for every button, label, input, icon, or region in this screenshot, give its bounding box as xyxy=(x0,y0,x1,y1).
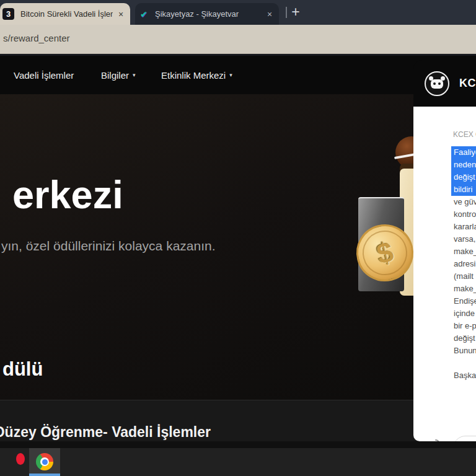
close-icon[interactable]: × xyxy=(117,9,125,19)
page-bottom-strip xyxy=(0,441,476,448)
learn-section-heading: Düzey Öğrenme- Vadeli İşlemler xyxy=(0,424,211,441)
kcex-favicon-icon: 3 xyxy=(2,8,14,20)
active-app-indicator xyxy=(29,474,60,476)
browser-tab-sikayetvar[interactable]: ✔ Şikayetyaz - Şikayetvar × xyxy=(135,3,279,25)
chrome-icon[interactable] xyxy=(36,453,53,470)
browser-tab-strip: 3 Bitcoin Sürekli Vadeli İşlem_ Bit × ✔ … xyxy=(0,0,476,25)
page-title: erkezi xyxy=(12,172,123,217)
reward-heading: dülü xyxy=(2,358,43,381)
site-nav: Vadeli İşlemler Bilgiler ▾ Etkinlik Merk… xyxy=(0,56,476,94)
chat-message-line: neden xyxy=(451,159,476,171)
nav-item-etkinlik-merkezi[interactable]: Etkinlik Merkezi ▾ xyxy=(161,56,232,94)
screen: 3 Bitcoin Sürekli Vadeli İşlem_ Bit × ✔ … xyxy=(0,0,476,476)
opera-icon[interactable] xyxy=(16,453,25,465)
nav-label: Etkinlik Merkezi xyxy=(161,70,226,81)
chat-message-line: ve güve xyxy=(451,196,476,208)
chevron-down-icon: ▾ xyxy=(229,72,232,78)
sikayetvar-favicon-icon: ✔ xyxy=(140,9,151,19)
browser-tab-bitcoin[interactable]: 3 Bitcoin Sürekli Vadeli İşlem_ Bit × xyxy=(0,3,130,25)
chat-message: Faaliyenedendeğiştbildirive güvekontroka… xyxy=(451,146,476,382)
chat-sender-label: KCEX O xyxy=(453,130,476,139)
chat-message-line: varsa, xyxy=(451,233,476,245)
taskbar xyxy=(0,448,476,476)
tab-title: Şikayetyaz - Şikayetvar xyxy=(155,9,262,19)
chat-message-line: içinde xyxy=(451,307,476,320)
chat-header: KCEX xyxy=(413,60,476,107)
tab-separator xyxy=(286,7,287,18)
chat-message-input[interactable] xyxy=(453,436,476,441)
nav-label: Bilgiler xyxy=(101,70,129,81)
close-icon[interactable]: × xyxy=(265,9,274,19)
chat-widget: KCEX KCEX O Faaliyenedendeğiştbildirive … xyxy=(413,60,476,441)
chat-message-line: Faaliye xyxy=(451,146,476,159)
nav-item-vadeli-islemler[interactable]: Vadeli İşlemler xyxy=(14,56,74,94)
nav-label: Vadeli İşlemler xyxy=(14,70,74,81)
chat-message-line: Başka xyxy=(451,369,476,382)
learn-section: Düzey Öğrenme- Vadeli İşlemler xyxy=(0,400,476,441)
chat-message-line: kontro xyxy=(451,208,476,221)
dollar-symbol: $ xyxy=(373,235,397,271)
chat-message-line: kararla xyxy=(451,221,476,233)
taskbar-chrome-tile[interactable] xyxy=(29,448,60,476)
chat-body: KCEX O Faaliyenedendeğiştbildirive güvek… xyxy=(413,107,476,441)
chat-message-line: bildiri xyxy=(451,183,476,196)
chat-message-line: make_ xyxy=(451,283,476,295)
chat-message-line xyxy=(451,357,476,369)
nav-item-bilgiler[interactable]: Bilgiler ▾ xyxy=(101,56,136,94)
page-subtitle: yın, özel ödüllerinizi kolayca kazanın. xyxy=(1,239,216,253)
url-bar[interactable]: s/reward_center xyxy=(0,25,476,56)
attachment-icon[interactable] xyxy=(430,439,441,441)
chevron-down-icon: ▾ xyxy=(133,72,136,78)
tab-title: Bitcoin Sürekli Vadeli İşlem_ Bit xyxy=(20,9,113,19)
chat-message-line: Endişe xyxy=(451,295,476,307)
chat-message-line: bir e-p xyxy=(451,320,476,332)
url-text[interactable]: s/reward_center xyxy=(3,33,70,43)
new-tab-button[interactable]: + xyxy=(289,2,302,22)
chat-message-line: Bunun xyxy=(451,345,476,357)
chat-message-line: (mailt xyxy=(451,270,476,283)
chat-message-line: değişt xyxy=(451,332,476,345)
kcex-mascot-icon xyxy=(425,71,449,96)
chat-brand-label: KCEX xyxy=(459,77,476,90)
chat-message-line: make_ xyxy=(451,245,476,258)
hero-section: $ erkezi yın, özel ödüllerinizi kolayca … xyxy=(0,94,476,400)
chat-message-line: değişt xyxy=(451,171,476,183)
chat-message-line: adresi xyxy=(451,258,476,270)
